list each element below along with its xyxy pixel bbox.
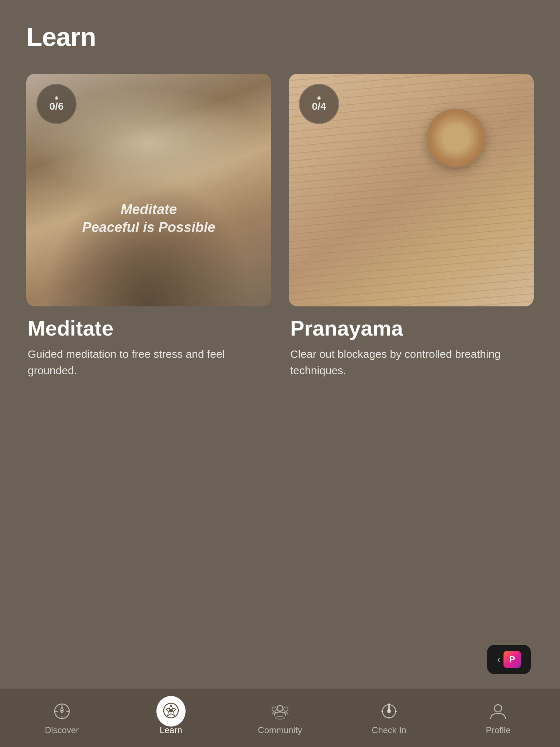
page-header: Learn [0,0,560,66]
nav-item-community[interactable]: Community [225,697,334,740]
pranayama-card-title: Pranayama [290,317,532,340]
nav-item-learn[interactable]: Learn [116,697,225,740]
meditate-progress-text: 0/6 [50,101,64,112]
discover-icon [52,701,72,721]
discover-label: Discover [45,725,79,735]
meditate-card-body: Meditate Guided meditation to free stres… [26,306,271,383]
chevron-icon: ‹ [497,654,500,665]
learn-icon [161,701,181,721]
app-icon: P [503,651,521,668]
profile-icon [488,701,508,721]
pranayama-progress-badge: 0/4 [299,84,339,124]
svg-point-12 [276,716,284,719]
checkin-icon [379,701,399,721]
learn-label: Learn [160,725,182,735]
svg-point-18 [494,705,502,712]
svg-point-13 [388,710,390,713]
nav-item-discover[interactable]: Discover [7,697,116,740]
pranayama-card-image-wrap: 0/4 [289,74,534,306]
page-title: Learn [26,22,534,52]
pranayama-card-body: Pranayama Clear out blockages by control… [289,306,534,383]
nav-item-checkin[interactable]: Check In [335,697,444,740]
nav-item-profile[interactable]: Profile [444,697,553,740]
svg-point-8 [170,709,172,712]
checkin-label: Check In [372,725,407,735]
meditate-card-description: Guided meditation to free stress and fee… [28,346,270,379]
progress-dot-pranayama [317,96,321,100]
meditate-card-image-wrap: 0/6 [26,74,271,306]
svg-point-11 [284,707,288,711]
meditate-progress-badge: 0/6 [36,84,77,124]
progress-dot-meditate [55,96,58,100]
pranayama-card[interactable]: 0/4 Pranayama Clear out blockages by con… [289,74,534,383]
profile-label: Profile [486,725,510,735]
pranayama-progress-text: 0/4 [312,101,326,112]
community-label: Community [258,725,302,735]
svg-point-10 [272,707,276,711]
pranayama-card-description: Clear out blockages by controlled breath… [290,346,532,379]
cards-grid: 0/6 Meditate Guided meditation to free s… [0,66,560,405]
floating-button[interactable]: ‹ P [487,645,531,674]
meditate-card-title: Meditate [28,317,270,340]
bottom-nav: Discover Learn [0,689,560,747]
meditate-card[interactable]: 0/6 Meditate Guided meditation to free s… [26,74,271,383]
community-icon [270,701,290,721]
svg-point-9 [277,705,283,711]
